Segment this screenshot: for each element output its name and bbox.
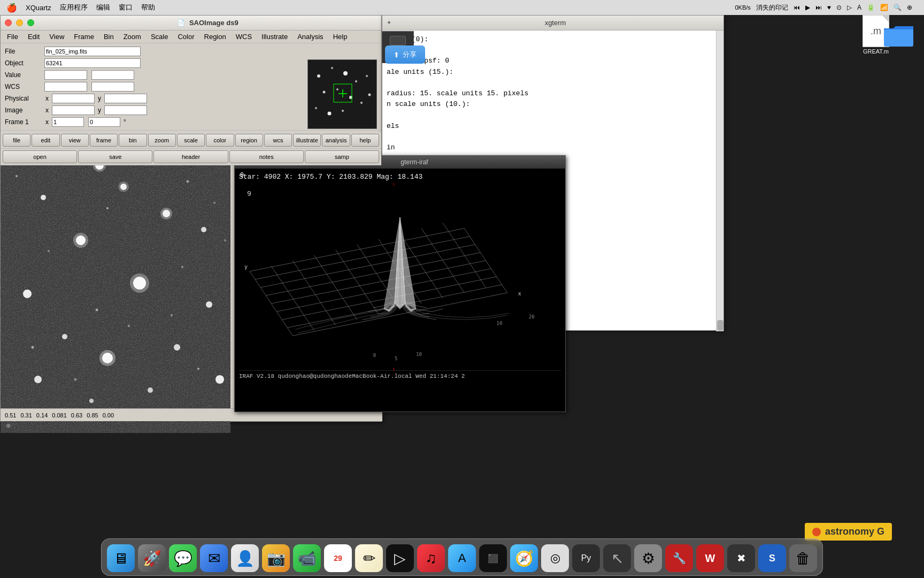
svg-point-8 — [360, 102, 363, 104]
btn-region[interactable]: region — [235, 134, 263, 147]
btn-file[interactable]: file — [3, 134, 30, 147]
dock-safari[interactable]: 🧭 — [510, 544, 538, 572]
physical-y-input[interactable] — [104, 94, 147, 103]
btn-analysis[interactable]: analysis — [322, 134, 350, 147]
dock-terminal[interactable]: ⬛ — [479, 544, 507, 572]
sao-zoom-menu[interactable]: Zoom — [119, 32, 145, 42]
value-input2[interactable] — [91, 70, 134, 80]
image-y-label: y — [98, 107, 101, 114]
file-input[interactable] — [44, 47, 141, 56]
maximize-button[interactable] — [27, 19, 34, 26]
edit-menu[interactable]: 编辑 — [96, 3, 110, 12]
dock-freeform[interactable]: ✏ — [355, 544, 383, 572]
battery-icon[interactable]: 🔋 — [867, 4, 875, 11]
sao-view-menu[interactable]: View — [45, 32, 68, 42]
svg-point-28 — [201, 227, 206, 232]
share-button[interactable]: ⬆ 分享 — [385, 45, 425, 64]
xgterm-scrollbar-thumb[interactable] — [717, 320, 723, 331]
dock-launchpad[interactable]: 🚀 — [138, 544, 166, 572]
image-x-label: x — [45, 107, 49, 114]
accessibility-icon[interactable]: A — [857, 4, 861, 11]
media-next-icon[interactable]: ⏭ — [815, 4, 822, 11]
btn-notes[interactable]: notes — [229, 150, 304, 163]
dock-item-extra2[interactable]: W — [696, 544, 724, 572]
help-menu[interactable]: 帮助 — [141, 3, 155, 12]
dock-calendar[interactable]: 29 — [324, 544, 352, 572]
apple-menu[interactable]: 🍎 — [6, 3, 17, 13]
sao-frame-menu[interactable]: Frame — [70, 32, 98, 42]
sao-analysis-menu[interactable]: Analysis — [293, 32, 327, 42]
image-y-input[interactable] — [104, 105, 147, 115]
btn-color[interactable]: color — [206, 134, 234, 147]
btn-save[interactable]: save — [78, 150, 152, 163]
xgterm-line-1 — [387, 45, 719, 55]
xquartz-menu[interactable]: XQuartz — [26, 4, 51, 12]
btn-help[interactable]: help — [351, 134, 379, 147]
sao-image-area[interactable]: ⊕ — [1, 133, 230, 433]
settings-icon[interactable]: ⊙ — [836, 4, 842, 11]
close-button[interactable] — [5, 19, 12, 26]
status-val7: 0.00 — [103, 412, 114, 419]
dock-trash[interactable]: 🗑 — [789, 544, 817, 572]
physical-x-input[interactable] — [52, 94, 95, 103]
dock-contacts[interactable]: 👤 — [231, 544, 259, 572]
sao-scale-menu[interactable]: Scale — [147, 32, 173, 42]
dock-messages[interactable]: 💬 — [169, 544, 197, 572]
sao-edit-menu[interactable]: Edit — [24, 32, 44, 42]
dock-item-extra3[interactable]: ✖ — [727, 544, 755, 572]
dock-item-extra4[interactable]: S — [758, 544, 786, 572]
object-input[interactable] — [44, 58, 141, 68]
btn-header[interactable]: header — [153, 150, 228, 163]
dock-cursor[interactable]: ↖ — [603, 544, 631, 572]
dock-facetime[interactable]: 📹 — [293, 544, 321, 572]
folder-icon[interactable] — [884, 24, 913, 54]
minimize-button[interactable] — [16, 19, 23, 26]
dock-item-extra1[interactable]: 🔧 — [665, 544, 693, 572]
btn-edit[interactable]: edit — [32, 134, 59, 147]
magnify-icon[interactable]: 🔍 — [894, 4, 902, 11]
frame-y-input[interactable] — [88, 117, 120, 127]
btn-view[interactable]: view — [61, 134, 89, 147]
media-prev-icon[interactable]: ⏮ — [794, 4, 800, 11]
btn-open[interactable]: open — [3, 150, 77, 163]
btn-wcs[interactable]: wcs — [264, 134, 292, 147]
sao-bin-menu[interactable]: Bin — [99, 32, 118, 42]
siri-icon[interactable]: ⊕ — [907, 4, 912, 11]
btn-bin[interactable]: bin — [119, 134, 147, 147]
wcs-input2[interactable] — [91, 82, 134, 92]
dock-finder[interactable]: 🖥 — [107, 544, 135, 572]
wcs-input1[interactable] — [44, 82, 87, 92]
value-input[interactable] — [44, 70, 87, 80]
sao-color-menu[interactable]: Color — [173, 32, 198, 42]
dock-photos[interactable]: 📷 — [262, 544, 290, 572]
xgterm-scrollbar[interactable] — [716, 31, 723, 331]
frame-x-input[interactable] — [52, 117, 84, 127]
btn-zoom[interactable]: zoom — [148, 134, 176, 147]
media-icon[interactable]: ▷ — [847, 4, 852, 11]
btn-illustrate[interactable]: illustrate — [293, 134, 321, 147]
dock-appstore[interactable]: A — [448, 544, 476, 572]
btn-scale[interactable]: scale — [177, 134, 205, 147]
image-x-input[interactable] — [52, 105, 95, 115]
btn-samp[interactable]: samp — [305, 150, 379, 163]
media-play-icon[interactable]: ▶ — [805, 4, 810, 11]
svg-point-41 — [16, 175, 18, 177]
dock-mail[interactable]: ✉ — [200, 544, 228, 572]
window-menu[interactable]: 窗口 — [119, 3, 133, 12]
sao-wcs-menu[interactable]: WCS — [232, 32, 256, 42]
dock-pycharm[interactable]: Py — [572, 544, 600, 572]
dock-music[interactable]: ♫ — [417, 544, 445, 572]
wifi-icon[interactable]: 📶 — [880, 4, 888, 11]
dock-appletv[interactable]: ▷ — [386, 544, 414, 572]
saoimage-title: 📄 SAOImage ds9 — [38, 19, 377, 27]
sao-help-menu[interactable]: Help — [329, 32, 352, 42]
apps-menu[interactable]: 应用程序 — [60, 3, 88, 12]
dock-chrome[interactable]: ◎ — [541, 544, 569, 572]
sao-illustrate-menu[interactable]: Illustrate — [257, 32, 292, 42]
sao-file-menu[interactable]: File — [3, 32, 22, 42]
dock-settings[interactable]: ⚙ — [634, 544, 662, 572]
btn-frame[interactable]: frame — [90, 134, 118, 147]
sao-region-menu[interactable]: Region — [200, 32, 230, 42]
status-val2: 0.31 — [20, 412, 32, 419]
heart-icon[interactable]: ♥ — [827, 4, 831, 11]
